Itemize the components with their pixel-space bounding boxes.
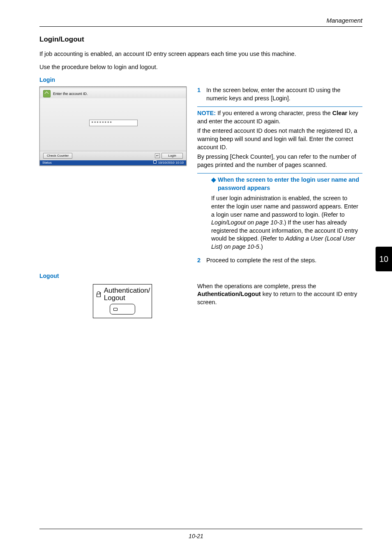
footer-rule	[39, 529, 362, 529]
note-rule-bottom	[197, 173, 362, 173]
account-id-input[interactable]: ********	[89, 120, 138, 126]
check-counter-button[interactable]: Check Counter	[43, 153, 72, 159]
diamond-icon: ◆	[211, 176, 216, 192]
page-title: Login/Logout	[39, 35, 362, 44]
login-screen-figure: Enter the account ID. ******** Check Cou…	[39, 86, 187, 166]
section-header: Management	[39, 16, 362, 25]
note-para-2: If the entered account ID does not match…	[197, 127, 362, 151]
step-number-1: 1	[197, 86, 206, 102]
note-rule-top	[197, 106, 362, 107]
status-label: Status	[42, 161, 52, 165]
status-datetime: 10/10/2010 10:10	[158, 161, 184, 164]
login-heading: Login	[39, 76, 362, 84]
auth-logout-key-figure: Authentication/ Logout	[93, 284, 152, 319]
login-button[interactable]: Login	[161, 153, 183, 159]
note-label: NOTE:	[197, 110, 216, 116]
sub-heading-text: When the screen to enter the login user …	[218, 176, 362, 192]
header-rule	[39, 26, 362, 27]
lock-icon	[95, 291, 102, 298]
xref-login-logout: Login/Logout on page 10-3	[211, 219, 282, 226]
chapter-tab: 10	[376, 247, 392, 271]
note-para-1: NOTE: If you entered a wrong character, …	[197, 109, 362, 125]
led-icon	[113, 308, 118, 311]
step-1-text: In the screen below, enter the account I…	[206, 86, 362, 102]
enter-key-icon: ↵	[155, 153, 160, 158]
auth-logout-key-label: Authentication/ Logout	[104, 287, 150, 302]
intro-1: If job accounting is enabled, an account…	[39, 50, 362, 58]
toner-icon	[153, 160, 157, 164]
step-2-text: Proceed to complete the rest of the step…	[206, 257, 362, 265]
intro-2: Use the procedure below to login and log…	[39, 63, 362, 72]
logout-heading: Logout	[39, 272, 362, 280]
auth-logout-button[interactable]	[110, 304, 135, 314]
note-para-3: By pressing [Check Counter], you can ref…	[197, 153, 362, 169]
login-icon	[43, 90, 51, 97]
sub-heading: ◆ When the screen to enter the login use…	[211, 176, 362, 192]
page-number: 10-21	[189, 533, 203, 539]
svg-point-0	[99, 292, 101, 294]
logout-para: When the operations are complete, press …	[197, 282, 362, 307]
step-number-2: 2	[197, 257, 206, 265]
sub-para: If user login administration is enabled,…	[211, 194, 362, 251]
login-prompt: Enter the account ID.	[53, 91, 88, 96]
